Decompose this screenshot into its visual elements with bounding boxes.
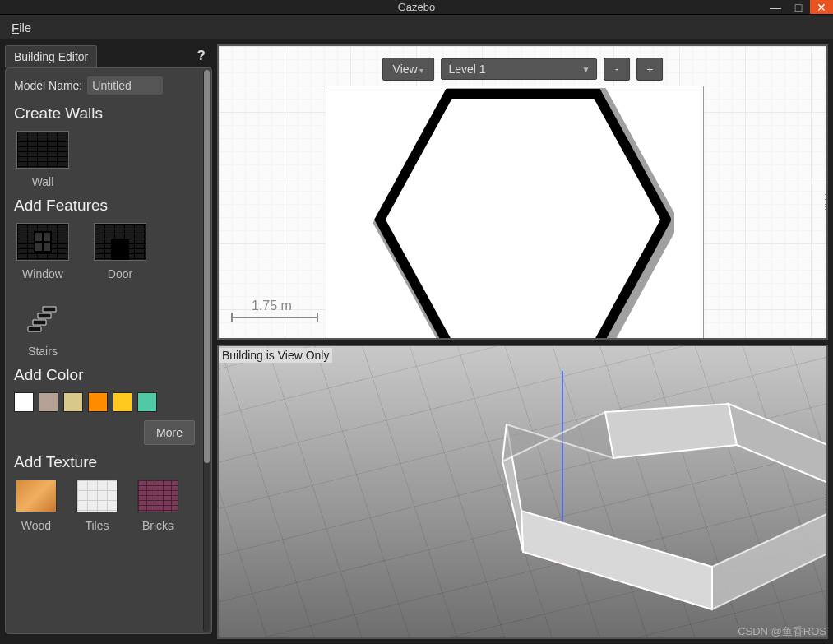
maximize-icon[interactable]: □ [787, 0, 810, 14]
palette-textures: Wood Tiles Bricks [14, 480, 195, 532]
zoom-out-button[interactable]: - [604, 58, 630, 81]
wall-label: Wall [32, 175, 54, 188]
sidebar-scrollbar[interactable] [203, 70, 210, 632]
texture-wood[interactable]: Wood [14, 480, 58, 532]
wood-label: Wood [21, 519, 51, 532]
menubar: File [0, 15, 833, 39]
texture-bricks[interactable]: Bricks [136, 480, 180, 532]
section-add-texture: Add Texture [14, 453, 195, 471]
tiles-label: Tiles [85, 519, 109, 532]
sidebar-scrollbar-thumb[interactable] [204, 70, 210, 463]
menu-file[interactable]: File [5, 17, 38, 38]
more-colors-button[interactable]: More [144, 420, 195, 445]
svg-marker-15 [712, 503, 828, 609]
svg-marker-12 [605, 404, 737, 458]
level-select[interactable]: Level 1 ▼ [441, 58, 597, 80]
palette-walls: Wall [14, 131, 195, 188]
swatch-0[interactable] [14, 392, 34, 412]
model-name-input[interactable] [87, 76, 163, 95]
view-button[interactable]: View [382, 58, 435, 81]
svg-marker-3 [43, 307, 56, 312]
model-name-label: Model Name: [14, 79, 82, 92]
minimize-icon[interactable]: — [764, 0, 787, 14]
sidebar-wrap: Building Editor ? Model Name: Create Wal… [0, 44, 217, 639]
svg-marker-18 [502, 412, 613, 461]
palette-item-wall[interactable]: Wall [14, 131, 72, 188]
help-icon[interactable]: ? [191, 48, 212, 64]
swatch-2[interactable] [63, 392, 83, 412]
preview-3d-canvas[interactable]: Building is View Only [217, 345, 828, 640]
window-controls: — □ ✕ [764, 0, 833, 14]
svg-marker-2 [38, 313, 51, 318]
chevron-down-icon: ▼ [582, 65, 590, 74]
pane-resize-handle-3d[interactable] [825, 492, 828, 512]
level-select-value: Level 1 [448, 63, 485, 76]
svg-marker-1 [33, 320, 46, 325]
swatch-5[interactable] [137, 392, 157, 412]
palette-item-window[interactable]: Window [14, 223, 72, 280]
sidebar-tabs: Building Editor ? [0, 44, 217, 67]
stairs-icon [16, 300, 69, 338]
bricks-icon [137, 480, 178, 512]
content-panes: View Level 1 ▼ - + 1.75 m Building is Vi… [217, 44, 828, 639]
viewonly-status: Building is View Only [219, 348, 332, 363]
scale-bar [230, 312, 319, 323]
palette-item-stairs[interactable]: Stairs [14, 300, 72, 358]
palette-item-door[interactable]: Door [91, 223, 149, 280]
section-add-features: Add Features [14, 197, 195, 215]
sidebar-panel: Model Name: Create Walls Wall Add Featur… [5, 67, 212, 634]
section-create-walls: Create Walls [14, 104, 195, 123]
close-icon[interactable]: ✕ [810, 0, 833, 14]
texture-tiles[interactable]: Tiles [75, 480, 119, 532]
window-titlebar: Gazebo — □ ✕ [0, 0, 833, 15]
window-label: Window [22, 267, 63, 280]
swatch-4[interactable] [113, 392, 132, 412]
door-label: Door [108, 267, 132, 280]
svg-marker-0 [28, 327, 41, 331]
window-icon [16, 223, 69, 261]
svg-marker-13 [729, 404, 828, 493]
section-add-color: Add Color [14, 366, 195, 384]
palette-features: Window Door [14, 223, 195, 358]
swatch-3[interactable] [88, 392, 108, 412]
main-area: Building Editor ? Model Name: Create Wal… [0, 39, 833, 644]
tiles-icon [76, 480, 118, 512]
stairs-label: Stairs [28, 345, 58, 358]
color-swatches [14, 392, 195, 412]
tab-building-editor[interactable]: Building Editor [5, 45, 97, 67]
svg-marker-5 [380, 94, 666, 340]
wood-icon [16, 480, 57, 512]
hexagon-wall[interactable] [359, 84, 671, 340]
zoom-in-button[interactable]: + [636, 58, 663, 81]
door-icon [94, 223, 146, 261]
hexagon-3d-model [424, 379, 828, 640]
svg-marker-16 [521, 511, 712, 609]
bricks-label: Bricks [142, 519, 174, 532]
wall-icon [16, 131, 69, 169]
floorplan-toolbar: View Level 1 ▼ - + [382, 58, 664, 81]
swatch-1[interactable] [39, 392, 58, 412]
sidebar-content: Model Name: Create Walls Wall Add Featur… [6, 68, 203, 633]
floorplan-canvas[interactable]: View Level 1 ▼ - + 1.75 m [217, 44, 828, 340]
watermark: CSDN @鱼香ROS [738, 624, 826, 639]
pane-resize-handle[interactable] [825, 192, 828, 211]
window-title: Gazebo [398, 1, 436, 13]
model-name-row: Model Name: [14, 76, 195, 95]
